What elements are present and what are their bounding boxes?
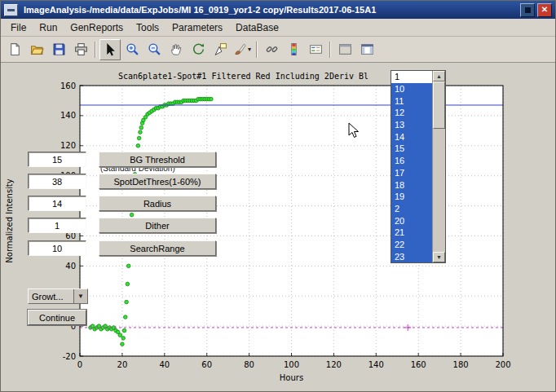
pan-hand-icon <box>170 42 183 56</box>
show-plot-tools-button[interactable] <box>356 39 377 60</box>
toolbar-separator <box>95 42 96 58</box>
spot-list-item[interactable]: 2 <box>391 203 432 215</box>
search-range-label: SearchRange <box>99 240 216 256</box>
growth-data-points <box>126 282 130 286</box>
y-axis-label: Normalized Intensity <box>5 178 14 262</box>
pan-hand-button[interactable] <box>165 39 187 60</box>
menu-item-run[interactable]: Run <box>33 20 64 35</box>
brush-icon <box>233 42 247 56</box>
bg-threshold-input[interactable]: 15 <box>28 152 86 167</box>
spot-list-item[interactable]: 11 <box>391 95 432 107</box>
spot-list-item[interactable]: 12 <box>391 107 432 119</box>
menu-item-tools[interactable]: Tools <box>130 20 165 35</box>
spot-list-item[interactable]: 10 <box>391 83 432 95</box>
scroll-down-arrow-icon[interactable]: ▼ <box>433 252 445 262</box>
spot-list-items: 110111213141516171819220212223 <box>391 71 432 262</box>
growth-data-points <box>125 300 129 304</box>
minimize-button[interactable] <box>520 3 535 17</box>
growth-data-points <box>126 264 130 268</box>
growth-dropdown-value: Growt... <box>29 292 73 302</box>
spot-list-item[interactable]: 19 <box>391 191 432 203</box>
y-tick-label: 40 <box>65 262 76 271</box>
window-menu-icon[interactable] <box>4 4 18 16</box>
x-tick-label: 80 <box>244 360 254 369</box>
link-plots-icon <box>265 42 279 56</box>
spot-list-item[interactable]: 23 <box>391 250 432 262</box>
x-axis-label: Hours <box>280 373 303 382</box>
open-folder-button[interactable] <box>26 39 47 60</box>
brush-button[interactable]: ▾ <box>232 39 253 60</box>
scrollbar-thumb[interactable] <box>433 81 445 129</box>
x-tick-label: 20 <box>117 360 128 369</box>
data-cursor-button[interactable] <box>210 39 231 60</box>
new-file-button[interactable] <box>4 39 25 60</box>
hide-plot-tools-button[interactable] <box>334 39 355 60</box>
print-button[interactable] <box>70 39 91 60</box>
zoom-in-button[interactable] <box>121 39 143 60</box>
growth-data-points <box>121 337 126 341</box>
spot-list-item[interactable]: 18 <box>391 178 432 191</box>
x-tick-label: 140 <box>368 360 384 369</box>
print-icon <box>74 42 88 56</box>
x-tick-label: 60 <box>201 360 212 369</box>
spot-det-thres-label: SpotDetThres(1-60%) <box>99 174 216 189</box>
y-tick-label: 160 <box>60 81 76 90</box>
spot-list-item[interactable]: 14 <box>391 130 432 143</box>
spot-list-item[interactable]: 20 <box>391 214 432 227</box>
title-bar[interactable]: ImageAnalysis-/media/data/ExpJobs/MI 16_… <box>1 1 555 19</box>
search-range-row: 10SearchRange <box>28 240 216 256</box>
spot-list-item[interactable]: 21 <box>391 227 432 239</box>
spot-number-listbox: 110111213141516171819220212223 ▲ ▼ <box>391 70 446 263</box>
close-button[interactable]: ✕ <box>537 3 552 17</box>
x-tick-label: 100 <box>284 360 299 369</box>
x-tick-label: 120 <box>326 360 342 369</box>
rotate-3d-button[interactable] <box>188 39 209 60</box>
dropdown-arrow-icon[interactable]: ▼ <box>73 289 87 303</box>
link-plots-button[interactable] <box>261 39 282 60</box>
zoom-out-button[interactable] <box>143 39 165 60</box>
zoom-in-icon <box>126 42 139 56</box>
x-tick-label: 180 <box>453 360 469 369</box>
menu-item-parameters[interactable]: Parameters <box>165 20 229 35</box>
growth-data-points <box>121 342 125 346</box>
data-cursor-icon <box>214 42 227 56</box>
new-file-icon <box>8 42 22 56</box>
insert-colorbar-button[interactable] <box>283 39 304 60</box>
spot-det-thres-input[interactable]: 38 <box>28 174 86 189</box>
spot-det-thres-row: 38SpotDetThres(1-60%) <box>28 174 216 189</box>
growth-data-points <box>118 333 122 337</box>
spot-list-item[interactable]: 13 <box>391 119 432 131</box>
spot-list-item[interactable]: 1 <box>391 71 432 83</box>
growth-data-points <box>130 213 134 217</box>
search-range-input[interactable]: 10 <box>28 240 86 256</box>
brush-dropdown-arrow-icon[interactable]: ▾ <box>248 46 251 53</box>
close-icon: ✕ <box>541 6 548 14</box>
scroll-up-arrow-icon[interactable]: ▲ <box>433 71 445 81</box>
radius-input[interactable]: 14 <box>28 196 86 211</box>
menu-item-genreports[interactable]: GenReports <box>64 20 130 35</box>
y-tick-label: -20 <box>63 352 76 361</box>
spot-list-scrollbar[interactable]: ▲ ▼ <box>432 71 445 262</box>
continue-button[interactable]: Continue <box>28 310 86 325</box>
growth-dropdown[interactable]: Growt... ▼ <box>28 288 88 304</box>
bg-threshold-label: BG Threshold <box>99 152 216 167</box>
spot-list-item[interactable]: 17 <box>391 167 432 179</box>
arrow-cursor-icon <box>104 42 117 56</box>
x-tick-label: 200 <box>495 360 510 369</box>
dither-input[interactable]: 1 <box>28 218 86 233</box>
growth-data-points <box>122 328 126 333</box>
spot-list-item[interactable]: 15 <box>391 143 432 155</box>
save-button[interactable] <box>48 39 69 60</box>
show-plot-tools-icon <box>360 42 374 56</box>
x-tick-label: 0 <box>77 360 82 369</box>
chart-title: Scan6plate1-Spot#1 Filtered Red Includin… <box>118 72 368 81</box>
spot-list-item[interactable]: 22 <box>391 239 432 251</box>
arrow-cursor-button[interactable] <box>99 39 121 60</box>
menu-item-file[interactable]: File <box>4 20 33 35</box>
insert-legend-button[interactable] <box>305 39 326 60</box>
scrollbar-track[interactable] <box>433 129 445 252</box>
menu-item-database[interactable]: DataBase <box>229 20 285 35</box>
spot-list-item[interactable]: 16 <box>391 155 432 167</box>
hide-plot-tools-icon <box>338 42 352 56</box>
growth-data-points <box>137 136 141 140</box>
